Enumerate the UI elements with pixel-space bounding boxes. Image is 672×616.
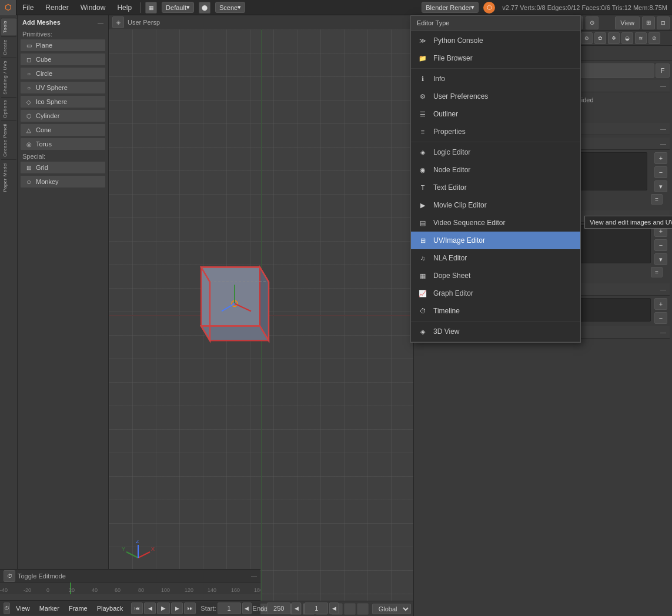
footer-playback[interactable]: Playback bbox=[93, 601, 127, 615]
editor-nla[interactable]: ♫ NLA Editor bbox=[411, 249, 580, 267]
uv-tool12[interactable]: ⊚ bbox=[581, 32, 593, 44]
uv-tool17[interactable]: ⊘ bbox=[648, 32, 660, 44]
step-back-btn[interactable]: ◀ bbox=[144, 602, 156, 614]
tool-cylinder[interactable]: ⬡ Cylinder bbox=[20, 109, 106, 122]
current-frame[interactable]: 1 bbox=[305, 602, 328, 614]
sidebar-tab-create[interactable]: Create bbox=[1, 36, 16, 58]
tool-monkey[interactable]: ☺ Monkey bbox=[20, 175, 106, 188]
editor-logic[interactable]: ◈ Logic Editor bbox=[411, 143, 580, 161]
menu-render[interactable]: Render bbox=[39, 0, 74, 15]
tool-plane[interactable]: ▭ Plane bbox=[20, 39, 106, 52]
svg-text:X: X bbox=[151, 546, 155, 552]
frame-dec-btn[interactable]: ◀ bbox=[329, 602, 339, 614]
editor-python-console[interactable]: ≫ Python Console bbox=[411, 32, 580, 49]
editor-outliner[interactable]: ☰ Outliner bbox=[411, 105, 580, 123]
uv-view2-btn[interactable]: View bbox=[615, 16, 640, 29]
editor-uv-image[interactable]: ⊞ UV/Image Editor bbox=[411, 232, 580, 249]
sidebar-tab-shading[interactable]: Shading / UVs bbox=[1, 58, 16, 97]
tool-grid[interactable]: ⊞ Grid bbox=[20, 161, 106, 174]
timeline-playback-area[interactable] bbox=[0, 594, 260, 600]
uvm-remove-btn[interactable]: − bbox=[654, 312, 667, 324]
sidebar-tab-options[interactable]: Options bbox=[1, 97, 16, 120]
scene-selector[interactable]: Scene ▾ bbox=[215, 2, 245, 13]
sk-eq-btn[interactable]: = bbox=[651, 267, 663, 277]
scene-icon[interactable]: ⬤ bbox=[199, 2, 210, 14]
sidebar-tab-tools[interactable]: Tools bbox=[1, 18, 16, 35]
step-fwd-btn[interactable]: ▶ bbox=[171, 602, 183, 614]
editor-info[interactable]: ℹ Info bbox=[411, 70, 580, 88]
timeline-type-btn[interactable]: ⏱ bbox=[4, 570, 15, 582]
tool-torus[interactable]: ◎ Torus bbox=[20, 138, 106, 150]
sk-add-btn[interactable]: + bbox=[654, 225, 667, 237]
panel-collapse[interactable]: — bbox=[98, 19, 103, 26]
uv-tool15[interactable]: ◒ bbox=[621, 32, 633, 44]
editor-user-prefs[interactable]: ⚙ User Preferences bbox=[411, 88, 580, 105]
workspace-selector[interactable]: Default ▾ bbox=[162, 2, 194, 13]
sidebar-tab-paper-model[interactable]: Paper Model bbox=[1, 159, 16, 195]
render-engine-selector[interactable]: Blender Render ▾ bbox=[422, 2, 479, 13]
vg-equals-btn[interactable]: = bbox=[651, 194, 663, 205]
vg-menu-btn[interactable]: ▾ bbox=[654, 180, 667, 192]
shape-keys-collapse[interactable]: — bbox=[660, 213, 666, 220]
editor-node[interactable]: ◉ Node Editor bbox=[411, 161, 580, 179]
menu-file[interactable]: File bbox=[16, 0, 39, 15]
editor-movie-clip[interactable]: ▶ Movie Clip Editor bbox=[411, 196, 580, 214]
uv-extra-btn[interactable]: ⊡ bbox=[657, 16, 670, 29]
play-btn[interactable]: ▶ bbox=[157, 602, 170, 614]
footer-marker[interactable]: Marker bbox=[36, 601, 63, 615]
tool-uvsphere[interactable]: ○ UV Sphere bbox=[20, 81, 106, 94]
vg-add-btn[interactable]: + bbox=[654, 152, 667, 164]
tick-80: 80 bbox=[138, 587, 144, 593]
screen-layout-icon[interactable]: ▦ bbox=[145, 2, 157, 14]
vertex-groups-collapse[interactable]: — bbox=[660, 140, 666, 147]
fake-user-btn[interactable]: F bbox=[656, 63, 670, 78]
viewport-canvas[interactable]: X Y Z bbox=[109, 29, 413, 601]
timeline-collapse-btn[interactable]: — bbox=[251, 573, 257, 579]
editor-graph[interactable]: 📈 Graph Editor bbox=[411, 284, 580, 302]
sk-remove-btn[interactable]: − bbox=[654, 239, 667, 251]
tool-cube[interactable]: ◻ Cube bbox=[20, 53, 106, 66]
end-value[interactable]: 250 bbox=[267, 602, 290, 614]
nla-icon: ♫ bbox=[417, 252, 429, 264]
viewport-editor-type-btn[interactable]: ◈ bbox=[112, 16, 124, 28]
sidebar-tab-grease-pencil[interactable]: Grease Pencil bbox=[1, 120, 16, 159]
python-console-label: Python Console bbox=[433, 36, 483, 45]
footer-view-timeline[interactable]: View bbox=[12, 601, 34, 615]
editor-3d-view[interactable]: ◈ 3D View bbox=[411, 323, 580, 340]
footer-frame[interactable]: Frame bbox=[65, 601, 91, 615]
normals-collapse[interactable]: — bbox=[660, 83, 666, 89]
editor-timeline[interactable]: ⏱ Timeline bbox=[411, 302, 580, 320]
timeline-type-footer-btn[interactable]: ⏱ bbox=[4, 602, 10, 614]
viewport-area: ◈ User Persp bbox=[109, 15, 413, 616]
menu-help[interactable]: Help bbox=[111, 0, 138, 15]
menu-window[interactable]: Window bbox=[75, 0, 112, 15]
uv-tool16[interactable]: ≋ bbox=[635, 32, 647, 44]
start-dec-btn[interactable]: ◀ bbox=[242, 602, 252, 614]
editor-video-seq[interactable]: ▤ Video Sequence Editor bbox=[411, 214, 580, 232]
transform-orientation[interactable]: Global bbox=[372, 604, 411, 614]
uvm-add-btn[interactable]: + bbox=[654, 298, 667, 310]
manipulator-btn[interactable] bbox=[357, 603, 369, 615]
uv-tool13[interactable]: ✿ bbox=[594, 32, 606, 44]
jump-end-btn[interactable]: ⏭ bbox=[184, 602, 196, 614]
end-dec-btn[interactable]: ◀ bbox=[292, 602, 301, 614]
start-value[interactable]: 1 bbox=[218, 602, 241, 614]
editor-text[interactable]: T Text Editor bbox=[411, 179, 580, 196]
editor-file-browser[interactable]: 📁 File Browser bbox=[411, 49, 580, 67]
tool-icosphere[interactable]: ◇ Ico Sphere bbox=[20, 95, 106, 108]
editor-properties[interactable]: ≡ Properties bbox=[411, 123, 580, 140]
texture-space-collapse[interactable]: — bbox=[660, 126, 666, 132]
vg-remove-btn[interactable]: − bbox=[654, 166, 667, 178]
tool-circle[interactable]: ○ Circle bbox=[20, 67, 106, 80]
tool-cone[interactable]: △ Cone bbox=[20, 123, 106, 136]
uv-tool14[interactable]: ❖ bbox=[608, 32, 620, 44]
editor-dope-sheet[interactable]: ▦ Dope Sheet bbox=[411, 267, 580, 284]
uv-fit-btn[interactable]: ⊞ bbox=[642, 16, 655, 29]
jump-start-btn[interactable]: ⏮ bbox=[131, 602, 143, 614]
vertex-colors-collapse[interactable]: — bbox=[660, 329, 666, 336]
shading-btn[interactable] bbox=[344, 603, 356, 615]
uv-pin-btn[interactable]: ⊙ bbox=[586, 16, 599, 29]
video-seq-label: Video Sequence Editor bbox=[433, 219, 506, 227]
sk-menu-btn[interactable]: ▾ bbox=[654, 253, 667, 265]
uv-maps-collapse[interactable]: — bbox=[660, 286, 666, 293]
